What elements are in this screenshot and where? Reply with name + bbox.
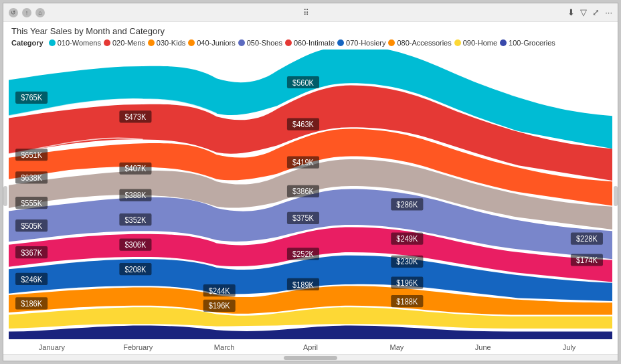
x-axis: January February March April May June Ju… (3, 342, 618, 354)
label-jan-6: $367K (21, 248, 42, 258)
titlebar-left: ↺ ↑ ⌂ (9, 8, 45, 17)
resize-handle-left[interactable] (3, 186, 7, 206)
back-icon[interactable]: ↺ (9, 8, 18, 17)
legend-dot-mens (104, 39, 110, 46)
x-label-may: May (353, 343, 440, 351)
legend-label-accessories: 080-Accessories (397, 39, 451, 47)
legend-dot-kids (148, 39, 155, 46)
legend-dot-groceries (500, 39, 507, 46)
label-jan-7: $246K (21, 274, 42, 284)
chart-title: This Year Sales by Month and Category (3, 22, 618, 37)
label-may-5: $188K (396, 296, 418, 306)
x-label-jun: June (440, 343, 526, 351)
legend-dot-juniors (188, 39, 195, 46)
label-jan-5: $505K (21, 221, 42, 231)
label-may-1: $286K (396, 199, 418, 209)
legend-prefix: Category (11, 39, 43, 47)
legend: Category 010-Womens 020-Mens 030-Kids 04… (3, 37, 618, 50)
label-apr-2: $463K (292, 120, 314, 130)
legend-dot-womens (49, 39, 56, 46)
label-mar-2: $196K (209, 301, 230, 311)
label-may-4: $196K (396, 278, 418, 288)
label-feb-6: $208K (124, 264, 146, 274)
filter-icon[interactable]: ▽ (580, 7, 587, 17)
legend-item-intimate: 060-Intimate (285, 39, 335, 47)
legend-label-hosiery: 070-Hosiery (346, 39, 385, 47)
x-label-mar: March (181, 343, 268, 351)
label-may-3: $230K (396, 257, 418, 267)
label-jan-8: $186K (21, 298, 42, 308)
legend-label-home: 090-Home (463, 39, 497, 47)
legend-label-shoes: 050-Shoes (247, 39, 282, 47)
x-label-apr: April (268, 343, 354, 351)
label-apr-5: $375K (292, 213, 314, 223)
titlebar-right: ⬇ ▽ ⤢ ··· (567, 7, 612, 17)
chart-svg: $765K $651K $638K $555K $505K $367K $246… (9, 50, 612, 339)
legend-item-accessories: 080-Accessories (388, 39, 451, 47)
forward-icon[interactable]: ↑ (22, 8, 31, 17)
label-jul-2: $174K (576, 255, 598, 265)
label-feb-4: $352K (124, 215, 146, 225)
scrollbar-bottom[interactable] (3, 354, 618, 361)
legend-item-groceries: 100-Groceries (500, 39, 555, 47)
legend-label-kids: 030-Kids (157, 39, 185, 47)
label-jan-4: $555K (21, 198, 42, 208)
legend-dot-hosiery (337, 39, 344, 46)
legend-item-home: 090-Home (454, 39, 497, 47)
label-feb-5: $306K (124, 240, 146, 250)
home-icon[interactable]: ⌂ (35, 8, 45, 17)
label-feb-1: $473K (124, 112, 146, 122)
label-apr-3: $419K (292, 158, 314, 168)
label-feb-3: $388K (124, 191, 146, 201)
label-jan-2: $651K (21, 150, 42, 160)
resize-handle-right[interactable] (614, 186, 618, 206)
legend-dot-shoes (238, 39, 245, 46)
legend-dot-home (454, 39, 461, 46)
legend-item-mens: 020-Mens (104, 39, 145, 47)
download-icon[interactable]: ⬇ (567, 7, 575, 17)
x-label-jul: July (526, 343, 612, 351)
legend-item-shoes: 050-Shoes (238, 39, 282, 47)
label-apr-1: $560K (292, 78, 314, 88)
legend-item-kids: 030-Kids (148, 39, 185, 47)
legend-dot-intimate (285, 39, 292, 46)
legend-label-groceries: 100-Groceries (509, 39, 555, 47)
chart-area: $765K $651K $638K $555K $505K $367K $246… (3, 50, 618, 342)
titlebar: ↺ ↑ ⌂ ⠿ ⬇ ▽ ⤢ ··· (3, 3, 618, 22)
more-icon[interactable]: ··· (605, 7, 612, 17)
legend-dot-accessories (388, 39, 395, 46)
x-label-feb: February (95, 343, 181, 351)
main-window: ↺ ↑ ⌂ ⠿ ⬇ ▽ ⤢ ··· This Year Sales by Mon… (3, 3, 618, 361)
legend-item-juniors: 040-Juniors (188, 39, 235, 47)
label-may-2: $249K (396, 234, 418, 244)
label-apr-6: $252K (292, 249, 314, 259)
expand-icon[interactable]: ⤢ (592, 7, 600, 17)
legend-label-intimate: 060-Intimate (294, 39, 335, 47)
label-apr-7: $189K (292, 280, 314, 290)
label-jul-1: $228K (576, 234, 598, 244)
scrollbar-thumb[interactable] (284, 356, 337, 360)
label-apr-4: $386K (292, 187, 314, 197)
label-jan-3: $638K (21, 173, 42, 183)
legend-label-mens: 020-Mens (112, 39, 145, 47)
legend-item-womens: 010-Womens (49, 39, 101, 47)
label-mar-1: $244K (209, 286, 230, 296)
label-feb-2: $407K (124, 164, 146, 174)
x-label-jan: January (9, 343, 95, 351)
legend-label-juniors: 040-Juniors (197, 39, 235, 47)
legend-item-hosiery: 070-Hosiery (337, 39, 385, 47)
drag-handle: ⠿ (303, 8, 309, 17)
legend-label-womens: 010-Womens (58, 39, 101, 47)
label-jan-1: $765K (21, 93, 42, 103)
